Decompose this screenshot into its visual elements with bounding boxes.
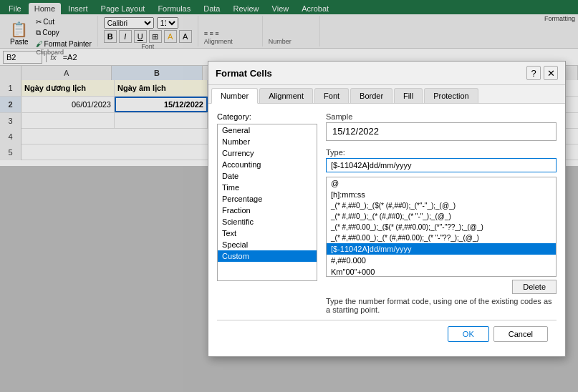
category-item-general[interactable]: General <box>218 124 317 136</box>
tab-fill[interactable]: Fill <box>394 88 423 103</box>
category-section: Category: General Number Currency Accoun… <box>217 112 317 166</box>
sample-section: Sample 15/12/2022 <box>326 112 557 141</box>
category-label: Category: <box>217 112 317 121</box>
help-button[interactable]: ? <box>526 66 541 80</box>
type-label: Type: <box>326 148 557 157</box>
tab-protection[interactable]: Protection <box>424 88 478 103</box>
dialog-titlebar: Format Cells ? ✕ <box>208 62 565 85</box>
close-button[interactable]: ✕ <box>544 66 558 80</box>
sample-box: 15/12/2022 <box>326 122 557 141</box>
tab-border[interactable]: Border <box>350 88 392 103</box>
category-list[interactable]: General Number Currency Accounting Date … <box>217 124 317 166</box>
category-item-number[interactable]: Number <box>218 136 317 147</box>
format-cells-dialog: Format Cells ? ✕ Number Alignment Font B… <box>208 61 566 166</box>
dialog-tabs: Number Alignment Font Border Fill Protec… <box>208 85 565 104</box>
tab-number[interactable]: Number <box>211 88 258 104</box>
category-item-accounting[interactable]: Accounting <box>218 159 317 166</box>
category-item-currency[interactable]: Currency <box>218 147 317 159</box>
dialog-controls: ? ✕ <box>526 66 558 80</box>
dialog-content: Category: General Number Currency Accoun… <box>208 104 565 166</box>
sample-label: Sample <box>326 112 557 121</box>
dialog-overlay: Format Cells ? ✕ Number Alignment Font B… <box>0 0 578 166</box>
type-input[interactable] <box>326 158 557 166</box>
tab-font[interactable]: Font <box>314 88 349 103</box>
right-panel: Sample 15/12/2022 Type: @ [h]:mm:ss _(* … <box>326 112 557 166</box>
dialog-title: Format Cells <box>216 68 272 79</box>
dialog-body: Category: General Number Currency Accoun… <box>217 112 557 166</box>
tab-alignment[interactable]: Alignment <box>259 88 313 103</box>
